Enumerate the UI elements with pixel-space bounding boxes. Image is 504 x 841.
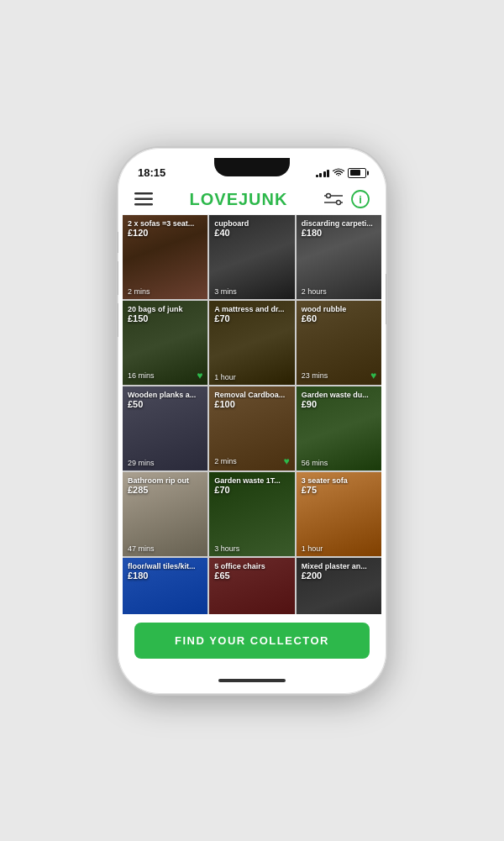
listing-title: Garden waste du... [302,391,376,400]
volume-silent-button[interactable] [118,232,118,253]
listing-price: £90 [302,399,376,409]
app-header: LOVEJUNK i [123,185,381,215]
listing-title: Bathroom rip out [128,476,202,486]
power-button[interactable] [386,274,386,324]
wifi-icon [333,168,344,177]
list-item[interactable]: Removal Cardboa...£1002 mins♥ [209,386,294,470]
listing-time: 1 hour [302,544,323,553]
battery-icon [348,168,366,178]
status-time: 18:15 [138,166,165,179]
listing-time: 2 mins [214,457,237,465]
header-actions: i [324,190,370,208]
listing-price: £285 [128,485,202,495]
listing-price: £75 [302,485,376,495]
svg-rect-0 [134,192,153,195]
svg-rect-2 [134,203,153,206]
info-button[interactable]: i [351,190,370,208]
list-item[interactable]: 3 seater sofa£751 hour♥ [297,472,381,556]
listing-title: cupboard [214,219,289,229]
listing-title: Wooden planks a... [128,391,202,400]
listing-time: 2 mins [128,287,150,296]
listing-time: 56 mins [302,459,328,467]
listing-price: £150 [128,313,202,323]
phone-screen: 18:15 [123,158,381,689]
listing-title: 3 seater sofa [302,476,376,486]
listing-price: £70 [214,313,289,323]
filter-button[interactable] [324,192,343,207]
listing-title: A mattress and dr... [214,305,289,314]
heart-icon: ♥ [197,370,202,381]
listing-price: £65 [214,570,289,581]
listing-title: wood rubble [302,305,376,314]
listing-price: £50 [128,399,202,409]
listing-price: £70 [214,485,289,495]
notch [214,158,290,176]
listing-title: 20 bags of junk [128,305,202,314]
listing-time: 2 hours [302,287,327,296]
listing-title: floor/wall tiles/kit... [128,562,202,571]
list-item[interactable]: Garden waste 1T...£703 hours♥ [209,472,294,556]
list-item[interactable]: 20 bags of junk£15016 mins♥ [123,301,207,385]
svg-text:i: i [359,193,362,206]
listing-time: 3 mins [214,287,237,296]
listing-price: £60 [302,313,376,323]
list-item[interactable]: cupboard£403 mins♥ [209,215,294,299]
volume-up-button[interactable] [118,261,118,295]
listing-title: Removal Cardboa... [214,391,289,400]
svg-point-6 [337,201,341,205]
listing-price: £40 [214,228,289,238]
listing-title: 5 office chairs [214,562,289,571]
listings-grid: 2 x sofas =3 seat...£1202 mins♥cupboard£… [123,215,381,614]
listing-time: 16 mins [128,371,155,380]
list-item[interactable]: Garden waste du...£9056 mins♥ [297,386,381,470]
listing-title: 2 x sofas =3 seat... [128,219,202,229]
listing-price: £100 [214,399,289,409]
listing-title: Mixed plaster an... [302,562,376,571]
menu-button[interactable] [134,192,153,206]
heart-icon: ♥ [284,455,290,467]
find-collector-button[interactable]: FIND YOUR COLLECTOR [134,623,370,659]
listing-title: discarding carpeti... [302,219,376,229]
listing-time: 3 hours [214,544,239,553]
phone-frame: 18:15 [118,148,386,694]
listing-time: 47 mins [128,544,155,553]
list-item[interactable]: wood rubble£6023 mins♥ [297,301,381,385]
listing-title: Garden waste 1T... [214,476,289,486]
listing-time: 1 hour [214,373,236,381]
listing-price: £180 [128,570,202,581]
list-item[interactable]: Wooden planks a...£5029 mins♥ [123,386,207,470]
list-item[interactable]: 5 office chairs£65♥ [209,558,294,614]
status-icons [316,168,367,178]
heart-icon: ♥ [370,370,376,381]
volume-down-button[interactable] [118,303,118,337]
list-item[interactable]: 2 x sofas =3 seat...£1202 mins♥ [123,215,207,299]
listing-price: £200 [302,570,376,581]
bottom-bar: FIND YOUR COLLECTOR [123,614,381,672]
list-item[interactable]: discarding carpeti...£1802 hours♥ [297,215,381,299]
listing-price: £120 [128,228,202,238]
listing-time: 23 mins [302,371,328,380]
listing-time: 29 mins [128,459,155,467]
svg-rect-1 [134,198,153,201]
list-item[interactable]: A mattress and dr...£701 hour♥ [209,301,294,385]
list-item[interactable]: Bathroom rip out£28547 mins♥ [123,472,207,556]
list-item[interactable]: floor/wall tiles/kit...£180♥ [123,558,207,614]
home-indicator [123,672,381,689]
signal-icon [316,168,330,177]
svg-point-3 [327,194,331,198]
list-item[interactable]: Mixed plaster an...£200♥ [297,558,381,614]
listing-price: £180 [302,228,376,238]
app-logo: LOVEJUNK [190,190,288,209]
home-bar [218,679,286,682]
